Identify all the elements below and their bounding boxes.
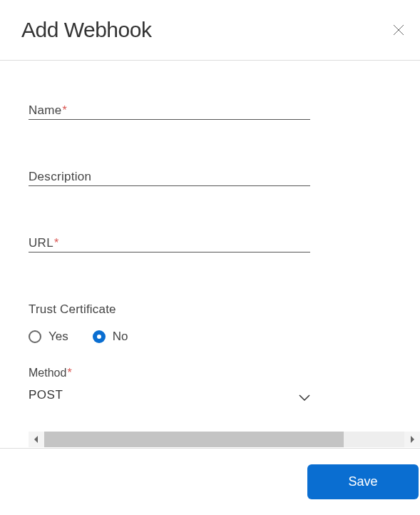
scroll-arrow-right[interactable] <box>404 432 420 447</box>
close-icon <box>393 24 404 36</box>
caret-left-icon <box>34 435 39 444</box>
name-field[interactable]: Name* <box>29 103 310 120</box>
method-select[interactable]: POST <box>29 387 310 404</box>
scroll-thumb[interactable] <box>44 432 344 447</box>
required-mark: * <box>54 237 58 249</box>
name-field-group: Name* <box>29 103 310 120</box>
dialog-header: Add Webhook <box>0 0 420 60</box>
radio-no-label: No <box>113 330 128 344</box>
scroll-track <box>344 432 404 447</box>
method-value: POST <box>29 388 63 402</box>
trust-certificate-section: Trust Certificate Yes No <box>29 302 391 344</box>
caret-right-icon <box>409 435 415 444</box>
dialog-title: Add Webhook <box>21 18 151 42</box>
form-body: Name* Description URL* Trust Certificate… <box>0 61 420 404</box>
radio-icon <box>29 330 41 343</box>
save-button[interactable]: Save <box>307 464 419 499</box>
url-label: URL <box>29 236 53 250</box>
horizontal-scrollbar[interactable] <box>29 432 420 447</box>
dialog-footer: Save <box>0 448 420 515</box>
radio-yes[interactable]: Yes <box>29 330 68 344</box>
trust-certificate-label: Trust Certificate <box>29 302 391 317</box>
radio-no[interactable]: No <box>93 330 128 344</box>
description-field[interactable]: Description <box>29 170 310 186</box>
chevron-down-icon <box>299 392 310 399</box>
required-mark: * <box>63 104 67 116</box>
svg-marker-2 <box>34 436 38 443</box>
url-field[interactable]: URL* <box>29 236 310 253</box>
radio-icon <box>93 330 106 343</box>
scroll-arrow-left[interactable] <box>29 432 44 447</box>
method-label-text: Method <box>29 367 66 379</box>
description-field-group: Description <box>29 170 310 186</box>
url-field-group: URL* <box>29 236 310 253</box>
close-button[interactable] <box>390 21 407 39</box>
method-label: Method* <box>29 367 310 379</box>
svg-marker-3 <box>411 436 414 443</box>
radio-yes-label: Yes <box>48 330 68 344</box>
trust-certificate-radio-group: Yes No <box>29 330 391 344</box>
name-label: Name <box>29 103 62 117</box>
method-section: Method* POST <box>29 367 310 404</box>
description-label: Description <box>29 170 91 183</box>
required-mark: * <box>67 367 71 379</box>
